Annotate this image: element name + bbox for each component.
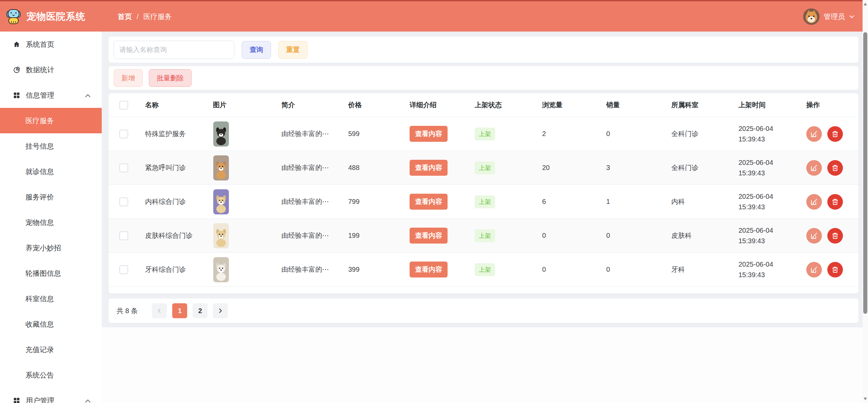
col-header-name: 名称 <box>145 100 213 110</box>
views-count: 6 <box>542 198 606 206</box>
pagination: 共 8 条 1 2 <box>108 299 859 323</box>
page-scrollbar[interactable] <box>863 0 868 403</box>
sidebar-item-info-management[interactable]: 信息管理 <box>0 82 102 108</box>
edit-button[interactable] <box>806 194 822 210</box>
col-header-intro: 简介 <box>281 100 348 110</box>
edit-button[interactable] <box>806 262 822 277</box>
delete-button[interactable] <box>827 126 843 142</box>
sidebar-subitem-label: 医疗服务 <box>25 116 54 126</box>
page-button-2[interactable]: 2 <box>193 303 208 318</box>
sidebar-item-registration-info[interactable]: 挂号信息 <box>0 133 102 159</box>
search-toolbar: 查询 重置 <box>108 37 859 63</box>
sidebar-subitem-label: 科室信息 <box>25 294 54 304</box>
col-header-detail: 详细介绍 <box>410 100 475 110</box>
pet-photo <box>213 257 229 282</box>
service-price: 488 <box>348 164 410 172</box>
next-page-button[interactable] <box>213 303 228 318</box>
status-badge: 上架 <box>475 128 495 140</box>
add-button[interactable]: 新增 <box>114 69 143 87</box>
pet-photo <box>213 121 229 147</box>
department: 牙科 <box>671 265 738 274</box>
chevron-up-icon <box>85 397 91 403</box>
edit-button[interactable] <box>806 228 822 244</box>
breadcrumb-separator: / <box>137 13 139 21</box>
sidebar-item-visit-info[interactable]: 就诊信息 <box>0 159 102 184</box>
publish-time: 2025-06-04 15:39:43 <box>738 225 801 246</box>
sidebar-item-pet-info[interactable]: 宠物信息 <box>0 210 102 235</box>
pet-photo <box>213 155 229 180</box>
edit-button[interactable] <box>806 126 822 142</box>
sales-count: 0 <box>606 266 671 273</box>
query-button[interactable]: 查询 <box>242 41 271 59</box>
publish-time: 2025-06-04 15:39:43 <box>738 191 801 212</box>
sidebar-subitem-label: 养宠小妙招 <box>25 243 61 253</box>
status-badge: 上架 <box>475 263 495 276</box>
scrollbar-up-arrow[interactable] <box>863 1 868 7</box>
view-content-button[interactable]: 查看内容 <box>410 228 448 244</box>
sidebar-item-user-management[interactable]: 用户管理 <box>0 388 102 403</box>
view-content-button[interactable]: 查看内容 <box>410 262 448 277</box>
sidebar-subitem-label: 轮播图信息 <box>25 269 61 278</box>
service-name: 牙科综合门诊 <box>145 265 213 274</box>
search-input[interactable] <box>114 41 234 59</box>
sidebar-subitem-label: 充值记录 <box>25 345 54 354</box>
sidebar-item-label: 信息管理 <box>26 91 54 100</box>
chevron-up-icon <box>85 91 91 99</box>
table-header-row: 名称 图片 简介 价格 详细介绍 上架状态 浏览量 销量 所属科室 上架时间 操… <box>108 93 859 117</box>
sales-count: 3 <box>606 164 671 172</box>
sidebar-item-carousel-info[interactable]: 轮播图信息 <box>0 261 102 286</box>
sidebar-item-pet-tips[interactable]: 养宠小妙招 <box>0 235 102 261</box>
service-intro: 由经验丰富的⋯ <box>281 231 348 240</box>
service-name: 皮肤科综合门诊 <box>145 231 213 240</box>
service-intro: 由经验丰富的⋯ <box>281 129 348 138</box>
pet-photo <box>213 223 229 248</box>
sidebar-item-service-review[interactable]: 服务评价 <box>0 184 102 210</box>
breadcrumb-home[interactable]: 首页 <box>118 12 132 21</box>
sidebar-subitem-label: 服务评价 <box>25 192 54 202</box>
delete-button[interactable] <box>827 194 843 210</box>
sidebar-item-medical-service[interactable]: 医疗服务 <box>0 108 102 133</box>
pie-chart-icon <box>13 66 20 74</box>
breadcrumb: 首页 / 医疗服务 <box>118 12 172 21</box>
sales-count: 0 <box>606 232 671 239</box>
row-checkbox[interactable] <box>119 265 128 274</box>
col-header-price: 价格 <box>348 100 410 110</box>
view-content-button[interactable]: 查看内容 <box>410 194 448 210</box>
user-menu[interactable]: 管理员 <box>803 8 854 25</box>
prev-page-button[interactable] <box>152 303 167 318</box>
view-content-button[interactable]: 查看内容 <box>410 160 448 176</box>
row-checkbox[interactable] <box>119 231 128 240</box>
delete-button[interactable] <box>827 160 843 176</box>
sidebar-item-statistics[interactable]: 数据统计 <box>0 57 102 82</box>
pet-photo <box>213 189 229 214</box>
reset-button[interactable]: 重置 <box>278 41 308 59</box>
row-checkbox[interactable] <box>119 164 128 172</box>
status-badge: 上架 <box>475 161 495 174</box>
sidebar-item-system-announcement[interactable]: 系统公告 <box>0 362 102 388</box>
sidebar-item-department-info[interactable]: 科室信息 <box>0 286 102 311</box>
edit-button[interactable] <box>806 160 822 176</box>
view-content-button[interactable]: 查看内容 <box>410 126 448 142</box>
user-name: 管理员 <box>824 12 845 21</box>
select-all-checkbox[interactable] <box>119 101 128 110</box>
sidebar-subitem-label: 宠物信息 <box>25 218 54 227</box>
page-button-1[interactable]: 1 <box>172 303 187 318</box>
sidebar-item-favorites-info[interactable]: 收藏信息 <box>0 311 102 337</box>
delete-button[interactable] <box>827 228 843 244</box>
row-checkbox[interactable] <box>119 130 128 138</box>
sidebar-item-home[interactable]: 系统首页 <box>0 32 102 57</box>
sidebar-item-recharge-records[interactable]: 充值记录 <box>0 337 102 362</box>
views-count: 0 <box>542 266 606 273</box>
col-header-status: 上架状态 <box>475 100 542 110</box>
department: 皮肤科 <box>671 231 738 240</box>
avatar[interactable] <box>803 8 820 25</box>
delete-button[interactable] <box>827 262 843 277</box>
batch-delete-button[interactable]: 批量删除 <box>149 69 192 87</box>
scrollbar-thumb[interactable] <box>863 32 867 314</box>
row-checkbox[interactable] <box>119 197 128 206</box>
department: 全科门诊 <box>671 163 738 172</box>
app-title: 宠物医院系统 <box>26 10 85 23</box>
total-count: 共 8 条 <box>117 306 138 315</box>
sidebar-subitem-label: 收藏信息 <box>25 320 54 329</box>
scrollbar-down-arrow[interactable] <box>863 396 868 402</box>
